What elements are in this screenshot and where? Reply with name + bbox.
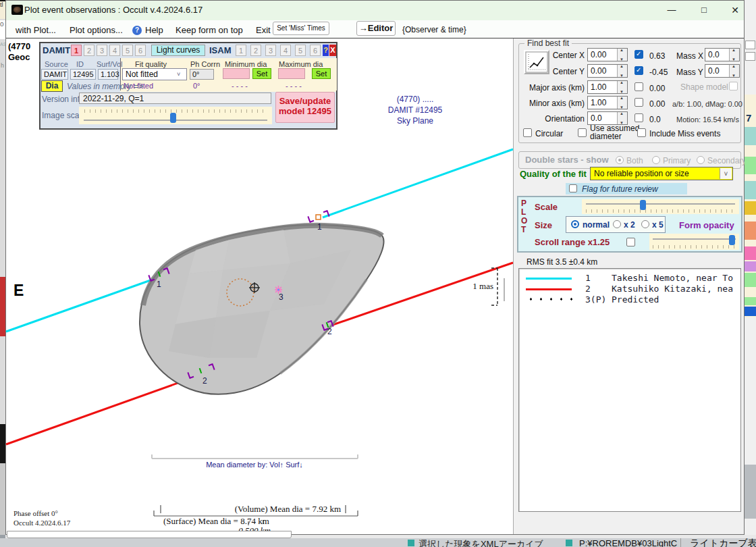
chord-1-right[interactable] — [323, 149, 513, 217]
major-axis-spinner[interactable]: 1.00 — [587, 80, 628, 94]
center-x-value[interactable]: 0.00 — [591, 50, 606, 59]
major-delta-value: 0.00 — [649, 84, 665, 93]
occult-version-label: Occult 4.2024.6.17 — [14, 519, 71, 527]
scrollbar-thumb[interactable] — [504, 278, 505, 301]
minor-axis-label: Minor axis (km) — [524, 99, 585, 108]
size-x5-radio[interactable] — [641, 220, 649, 228]
scale-slider-thumb[interactable] — [640, 200, 646, 210]
mass-y-label: Mass Y — [676, 68, 703, 77]
fit-x-checkbox[interactable] — [634, 50, 643, 59]
spinner-arrows-icon[interactable] — [617, 49, 627, 61]
taskbar-path[interactable]: P:¥ROREMDB¥03LightC — [579, 538, 677, 547]
isam-tab-1[interactable]: 1 — [236, 45, 246, 56]
fit-y-checkbox[interactable] — [634, 66, 643, 75]
both-radio[interactable] — [616, 156, 624, 164]
id-value: 12495 — [70, 69, 96, 80]
isam-tab-5[interactable]: 5 — [295, 45, 306, 56]
chevron-down-icon[interactable]: ˅ — [720, 168, 732, 179]
isam-tab-3[interactable]: 3 — [265, 45, 276, 56]
spinner-arrows-icon[interactable] — [617, 112, 627, 124]
chord-1-left[interactable] — [6, 277, 160, 332]
flag-review-checkbox[interactable] — [569, 184, 577, 192]
mass-x-spinner[interactable]: 0.0 — [705, 48, 740, 61]
selected-point-box — [316, 215, 321, 219]
minor-axis-spinner[interactable]: 1.00 — [587, 96, 628, 109]
damit-tab-1[interactable]: 1 — [71, 45, 82, 56]
phase-offset-label: Phase offset 0° — [14, 509, 58, 517]
center-x-label: Center X — [537, 51, 585, 60]
set-max-dia-button[interactable]: Set — [312, 68, 331, 79]
max-dia-field[interactable] — [278, 68, 305, 79]
size-label: Size — [535, 220, 552, 230]
spinner-arrows-icon[interactable] — [729, 49, 739, 61]
flag-review-label: Flag for future review — [582, 184, 658, 194]
orientation-checkbox[interactable] — [634, 113, 643, 122]
spinner-arrows-icon[interactable] — [617, 65, 627, 77]
circular-checkbox[interactable] — [523, 128, 532, 137]
damit-tab-6[interactable]: 6 — [135, 45, 146, 56]
light-curves-button[interactable]: Light curves — [151, 45, 205, 56]
col-surfvol: Surf/Vol — [97, 60, 123, 68]
primary-radio[interactable] — [652, 156, 660, 164]
set-min-dia-button[interactable]: Set — [252, 68, 271, 79]
spinner-arrows-icon[interactable] — [617, 97, 627, 109]
use-assumed-checkbox[interactable] — [578, 128, 587, 137]
spinner-arrows-icon[interactable] — [617, 81, 627, 93]
orientation-spinner[interactable]: 0.0 — [587, 111, 628, 125]
chord-label: 2 — [327, 327, 332, 336]
surface-diameter-label: (Surface) Mean dia = 8.74 km — [163, 516, 269, 526]
mass-y-value[interactable]: 0.0 — [708, 66, 720, 76]
dia-button[interactable]: Dia — [41, 80, 63, 92]
mass-x-value[interactable]: 0.0 — [708, 50, 720, 59]
damit-tab-2[interactable]: 2 — [84, 45, 94, 56]
isam-tab-6[interactable]: 6 — [310, 45, 321, 56]
isam-tab-4[interactable]: 4 — [280, 45, 291, 56]
observer-legend-list[interactable]: 1 Takeshi Nemoto, near To 2 Katsuhiko Ki… — [518, 268, 741, 512]
damit-tab-3[interactable]: 3 — [97, 45, 107, 56]
center-y-spinner[interactable]: 0.00 — [587, 64, 628, 78]
chord-2-left[interactable] — [6, 373, 205, 444]
save-update-model-button[interactable]: Save/update model 12495 — [275, 92, 335, 123]
major-axis-value[interactable]: 1.00 — [591, 82, 606, 92]
form-opacity-slider[interactable] — [649, 234, 739, 250]
panel-close-button[interactable]: X — [329, 45, 336, 56]
mass-y-spinner[interactable]: 0.0 — [705, 64, 740, 78]
min-dia-field[interactable] — [223, 68, 250, 79]
minor-axis-value[interactable]: 1.00 — [591, 98, 606, 107]
center-y-value[interactable]: 0.00 — [591, 66, 606, 76]
legend-name: Katsuhiko Kitazaki, nea — [612, 284, 733, 294]
include-miss-checkbox[interactable] — [637, 128, 646, 137]
center-x-spinner[interactable]: 0.00 — [587, 48, 628, 61]
orientation-value[interactable]: 0.0 — [591, 113, 602, 123]
shape-model-checkbox[interactable] — [729, 82, 738, 90]
isam-tab-2[interactable]: 2 — [250, 45, 261, 56]
rms-fit-label: RMS fit 3.5 ±0.4 km — [526, 257, 597, 267]
quality-value: No reliable position or size — [594, 169, 689, 178]
chord-label: 1 — [317, 222, 322, 232]
taskbar-item-lightcurve[interactable]: ライトカーブ表 — [690, 538, 756, 547]
quality-select[interactable]: No reliable position or size ˅ — [590, 167, 733, 180]
legend-line-dotted — [526, 297, 574, 301]
screen: tl o AS h Plot event observations : Occu… — [0, 0, 756, 547]
secondary-radio[interactable] — [697, 156, 705, 164]
size-x5-label: x 5 — [652, 220, 664, 230]
ph-corrn-value[interactable]: 0° — [190, 69, 214, 80]
panel-help-button[interactable]: ? — [323, 45, 329, 56]
scale-slider[interactable] — [582, 199, 739, 214]
asteroid-shape[interactable] — [140, 225, 384, 394]
damit-tab-4[interactable]: 4 — [109, 45, 120, 56]
spinner-arrows-icon[interactable] — [729, 65, 739, 77]
legend-num: 1 — [585, 273, 591, 283]
image-scale-slider[interactable] — [79, 107, 272, 124]
damit-tab-5[interactable]: 5 — [122, 45, 133, 56]
taskbar-item-xml[interactable]: 選択した現象をXMLアーカイブ — [418, 538, 543, 547]
scroll-range-checkbox[interactable] — [626, 238, 635, 246]
legend-line-cyan — [526, 278, 572, 280]
image-scale-thumb[interactable] — [170, 113, 176, 123]
minor-axis-checkbox[interactable] — [634, 98, 643, 107]
major-axis-checkbox[interactable] — [634, 82, 643, 91]
size-x2-radio[interactable] — [613, 220, 621, 228]
size-normal-radio[interactable] — [571, 220, 579, 228]
form-opacity-thumb[interactable] — [729, 235, 735, 245]
memory-max-dia: - - - - — [286, 82, 302, 90]
